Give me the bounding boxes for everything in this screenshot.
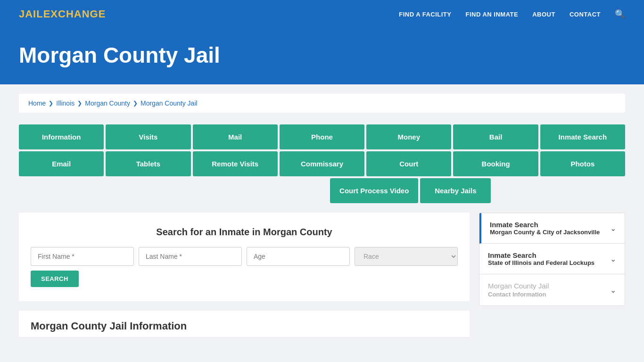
btn-remote-visits[interactable]: Remote Visits xyxy=(193,151,278,176)
section-title: Morgan County Jail Information xyxy=(19,311,470,337)
button-row-3: Court Process Video Nearby Jails xyxy=(19,178,625,203)
btn-money[interactable]: Money xyxy=(366,124,451,149)
breadcrumb-sep-2: ❯ xyxy=(77,100,82,107)
main-nav: FIND A FACILITY FIND AN INMATE ABOUT CON… xyxy=(399,9,625,19)
chevron-icon-0: ⌄ xyxy=(610,224,616,233)
sidebar-item-text-0: Inmate Search Morgan County & City of Ja… xyxy=(490,221,600,236)
breadcrumb-current[interactable]: Morgan County Jail xyxy=(140,99,198,107)
sidebar-item-0[interactable]: Inmate Search Morgan County & City of Ja… xyxy=(479,213,625,244)
age-input[interactable] xyxy=(247,247,350,266)
main-content: Home ❯ Illinois ❯ Morgan County ❯ Morgan… xyxy=(0,84,644,352)
chevron-icon-2: ⌄ xyxy=(610,286,616,295)
inmate-search-title: Search for an Inmate in Morgan County xyxy=(31,227,458,238)
sidebar-item-text-2: Morgan County Jail Contact Information xyxy=(488,282,549,298)
hero-banner: Morgan County Jail xyxy=(0,28,644,84)
breadcrumb: Home ❯ Illinois ❯ Morgan County ❯ Morgan… xyxy=(19,94,625,113)
btn-visits[interactable]: Visits xyxy=(106,124,190,149)
btn-phone[interactable]: Phone xyxy=(280,124,364,149)
logo-jail: JAIL xyxy=(19,8,43,20)
btn-bail[interactable]: Bail xyxy=(453,124,538,149)
page-title: Morgan County Jail xyxy=(19,42,625,68)
header: JAILEXCHANGE FIND A FACILITY FIND AN INM… xyxy=(0,0,644,28)
nav-contact[interactable]: CONTACT xyxy=(570,11,601,18)
btn-court-process-video[interactable]: Court Process Video xyxy=(330,178,418,203)
race-select[interactable]: Race White Black Hispanic Asian Other xyxy=(355,247,458,266)
btn-photos[interactable]: Photos xyxy=(540,151,625,176)
search-button[interactable]: SEARCH xyxy=(31,271,79,287)
btn-commissary[interactable]: Commissary xyxy=(280,151,364,176)
logo-exchange: EXCHANGE xyxy=(43,8,106,20)
inmate-search-panel: Search for an Inmate in Morgan County Ra… xyxy=(19,213,470,301)
search-form: Race White Black Hispanic Asian Other xyxy=(31,247,458,266)
logo[interactable]: JAILEXCHANGE xyxy=(19,8,106,20)
nav-about[interactable]: ABOUT xyxy=(532,11,555,18)
btn-mail[interactable]: Mail xyxy=(193,124,278,149)
nav-find-facility[interactable]: FIND A FACILITY xyxy=(399,11,451,18)
nav-find-inmate[interactable]: FIND AN INMATE xyxy=(465,11,518,18)
breadcrumb-sep-1: ❯ xyxy=(49,100,53,107)
breadcrumb-illinois[interactable]: Illinois xyxy=(56,99,74,107)
button-row-2: Email Tablets Remote Visits Commissary C… xyxy=(19,151,625,176)
last-name-input[interactable] xyxy=(139,247,242,266)
chevron-icon-1: ⌄ xyxy=(610,255,616,263)
sidebar-item-1[interactable]: Inmate Search State of Illinois and Fede… xyxy=(479,244,625,274)
breadcrumb-sep-3: ❯ xyxy=(133,100,138,107)
btn-booking[interactable]: Booking xyxy=(453,151,538,176)
btn-court[interactable]: Court xyxy=(366,151,451,176)
btn-tablets[interactable]: Tablets xyxy=(106,151,190,176)
content-layout: Search for an Inmate in Morgan County Ra… xyxy=(19,213,625,337)
sidebar-item-text-1: Inmate Search State of Illinois and Fede… xyxy=(488,251,594,266)
search-icon[interactable]: 🔍 xyxy=(615,9,625,19)
btn-information[interactable]: Information xyxy=(19,124,104,149)
first-name-input[interactable] xyxy=(31,247,134,266)
btn-email[interactable]: Email xyxy=(19,151,104,176)
breadcrumb-home[interactable]: Home xyxy=(28,99,46,107)
sidebar-item-2[interactable]: Morgan County Jail Contact Information ⌄ xyxy=(479,274,625,305)
left-column: Search for an Inmate in Morgan County Ra… xyxy=(19,213,470,337)
button-row-1: Information Visits Mail Phone Money Bail… xyxy=(19,124,625,149)
btn-nearby-jails[interactable]: Nearby Jails xyxy=(420,178,491,203)
sidebar: Inmate Search Morgan County & City of Ja… xyxy=(479,213,625,306)
breadcrumb-morgan-county[interactable]: Morgan County xyxy=(85,99,130,107)
btn-inmate-search[interactable]: Inmate Search xyxy=(540,124,625,149)
